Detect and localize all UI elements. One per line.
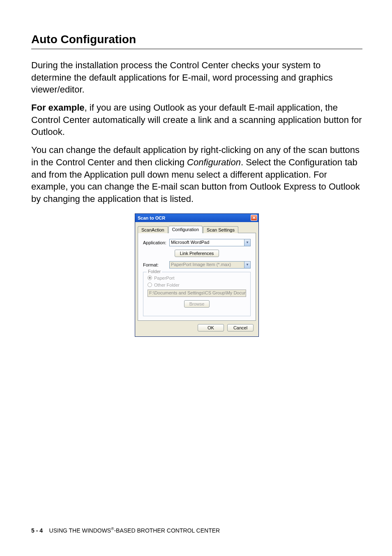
- tab-strip: ScanAction Configuration Scan Settings: [138, 225, 256, 233]
- format-label: Format:: [143, 262, 167, 267]
- chevron-down-icon: ▼: [244, 239, 250, 246]
- application-value: Microsoft WordPad: [171, 240, 209, 245]
- dialog-button-row: OK Cancel: [138, 321, 256, 334]
- paragraph-intro: During the installation process the Cont…: [31, 59, 362, 96]
- folder-fieldset: Folder PaperPort Other Folder F:\Documen…: [143, 272, 251, 316]
- paragraph-example: For example, if you are using Outlook as…: [31, 102, 362, 138]
- browse-button: Browse: [184, 300, 210, 308]
- link-preferences-row: Link Preferences: [143, 250, 251, 257]
- application-row: Application: Microsoft WordPad ▼: [143, 239, 251, 246]
- folder-legend: Folder: [147, 269, 162, 274]
- tab-panel-configuration: Application: Microsoft WordPad ▼ Link Pr…: [138, 233, 256, 321]
- ok-button[interactable]: OK: [198, 324, 224, 331]
- cancel-button[interactable]: Cancel: [227, 324, 254, 331]
- page-content: Auto Configuration During the installati…: [0, 0, 392, 337]
- scan-to-ocr-dialog: Scan to OCR ✕ ScanAction Configuration S…: [135, 213, 259, 337]
- close-icon[interactable]: ✕: [251, 215, 257, 221]
- format-dropdown: PaperPort Image Item (*.max) ▼: [169, 261, 251, 269]
- dialog-screenshot-wrap: Scan to OCR ✕ ScanAction Configuration S…: [31, 213, 362, 337]
- chevron-down-icon: ▼: [244, 262, 250, 268]
- dialog-body: ScanAction Configuration Scan Settings A…: [135, 222, 258, 336]
- for-example-lead: For example: [31, 102, 85, 113]
- tab-configuration[interactable]: Configuration: [168, 226, 203, 233]
- paragraph-change-default: You can change the default application b…: [31, 144, 362, 205]
- format-row: Format: PaperPort Image Item (*.max) ▼: [143, 261, 251, 269]
- tab-scanaction[interactable]: ScanAction: [138, 226, 168, 233]
- radio-paperport-row: PaperPort: [148, 276, 246, 280]
- radio-other-row: Other Folder: [148, 283, 246, 287]
- link-preferences-button[interactable]: Link Preferences: [175, 250, 219, 257]
- application-label: Application:: [143, 240, 167, 245]
- section-heading: Auto Configuration: [31, 33, 362, 49]
- radio-other-folder: [148, 283, 152, 287]
- format-value: PaperPort Image Item (*.max): [171, 262, 231, 267]
- radio-paperport-label: PaperPort: [154, 276, 175, 280]
- footer-text-a: USING THE WINDOWS: [49, 527, 111, 534]
- footer-text-b: -BASED BROTHER CONTROL CENTER: [114, 527, 220, 534]
- dialog-title: Scan to OCR: [138, 215, 165, 220]
- application-dropdown[interactable]: Microsoft WordPad ▼: [169, 239, 251, 246]
- configuration-term: Configuration: [187, 157, 241, 167]
- radio-paperport: [148, 276, 152, 280]
- page-number: 5 - 4: [31, 527, 43, 534]
- radio-other-folder-label: Other Folder: [154, 283, 180, 287]
- folder-path-field: F:\Documents and Settings\CS Group\My Do…: [148, 290, 246, 297]
- tab-scan-settings[interactable]: Scan Settings: [203, 226, 238, 233]
- dialog-titlebar: Scan to OCR ✕: [135, 214, 258, 222]
- browse-row: Browse: [148, 300, 246, 308]
- page-footer: 5 - 4 USING THE WINDOWS®-BASED BROTHER C…: [31, 526, 220, 534]
